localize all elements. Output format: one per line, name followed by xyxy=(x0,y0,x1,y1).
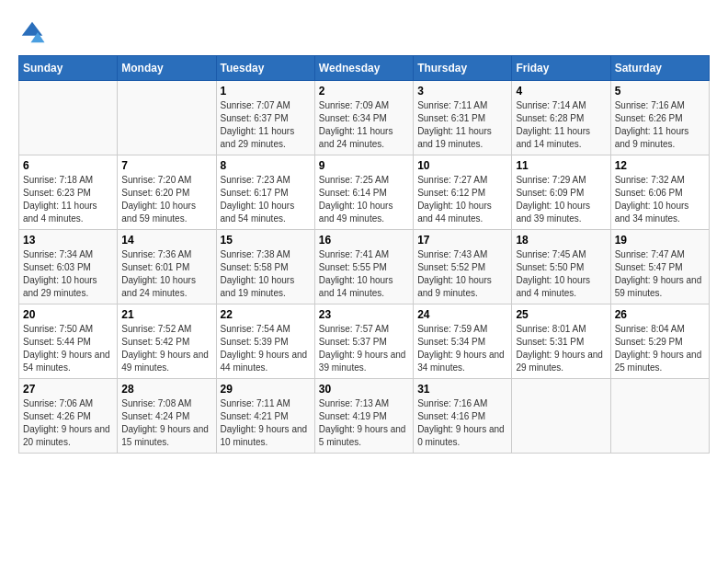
calendar-cell: 24Sunrise: 7:59 AM Sunset: 5:34 PM Dayli… xyxy=(414,304,512,379)
day-number: 18 xyxy=(516,234,606,247)
calendar-cell: 23Sunrise: 7:57 AM Sunset: 5:37 PM Dayli… xyxy=(314,304,413,379)
day-number: 20 xyxy=(23,308,113,321)
day-info: Sunrise: 7:23 AM Sunset: 6:17 PM Dayligh… xyxy=(221,174,311,225)
day-number: 7 xyxy=(121,159,211,172)
calendar-cell: 25Sunrise: 8:01 AM Sunset: 5:31 PM Dayli… xyxy=(512,304,610,379)
calendar-week-3: 13Sunrise: 7:34 AM Sunset: 6:03 PM Dayli… xyxy=(19,230,710,304)
calendar-cell: 16Sunrise: 7:41 AM Sunset: 5:55 PM Dayli… xyxy=(314,230,413,304)
day-number: 26 xyxy=(615,308,705,321)
day-number: 28 xyxy=(121,383,211,396)
day-info: Sunrise: 7:07 AM Sunset: 6:37 PM Dayligh… xyxy=(221,99,311,151)
calendar-cell: 22Sunrise: 7:54 AM Sunset: 5:39 PM Dayli… xyxy=(216,304,314,379)
page-header xyxy=(18,18,710,46)
day-info: Sunrise: 7:16 AM Sunset: 6:26 PM Dayligh… xyxy=(615,99,705,151)
day-info: Sunrise: 7:18 AM Sunset: 6:23 PM Dayligh… xyxy=(23,174,113,225)
calendar-header-row: SundayMondayTuesdayWednesdayThursdayFrid… xyxy=(19,56,710,81)
calendar-cell: 5Sunrise: 7:16 AM Sunset: 6:26 PM Daylig… xyxy=(610,81,709,155)
day-info: Sunrise: 7:08 AM Sunset: 4:24 PM Dayligh… xyxy=(121,397,211,449)
header-friday: Friday xyxy=(512,56,610,81)
day-info: Sunrise: 7:41 AM Sunset: 5:55 PM Dayligh… xyxy=(319,248,409,300)
day-number: 11 xyxy=(516,159,606,172)
day-number: 30 xyxy=(319,383,409,396)
calendar-cell: 30Sunrise: 7:13 AM Sunset: 4:19 PM Dayli… xyxy=(314,379,413,454)
day-info: Sunrise: 7:13 AM Sunset: 4:19 PM Dayligh… xyxy=(319,397,409,449)
calendar-cell xyxy=(118,81,216,155)
calendar-cell: 9Sunrise: 7:25 AM Sunset: 6:14 PM Daylig… xyxy=(314,155,413,230)
calendar-cell: 26Sunrise: 8:04 AM Sunset: 5:29 PM Dayli… xyxy=(610,304,709,379)
day-info: Sunrise: 7:45 AM Sunset: 5:50 PM Dayligh… xyxy=(516,248,606,300)
calendar-week-5: 27Sunrise: 7:06 AM Sunset: 4:26 PM Dayli… xyxy=(19,379,710,454)
day-number: 13 xyxy=(23,234,113,247)
calendar-week-1: 1Sunrise: 7:07 AM Sunset: 6:37 PM Daylig… xyxy=(19,81,710,155)
day-info: Sunrise: 7:11 AM Sunset: 6:31 PM Dayligh… xyxy=(417,99,507,151)
day-info: Sunrise: 7:36 AM Sunset: 6:01 PM Dayligh… xyxy=(121,248,211,300)
logo-icon xyxy=(18,18,46,46)
calendar-cell: 1Sunrise: 7:07 AM Sunset: 6:37 PM Daylig… xyxy=(216,81,314,155)
day-info: Sunrise: 8:04 AM Sunset: 5:29 PM Dayligh… xyxy=(615,323,705,374)
calendar-cell: 8Sunrise: 7:23 AM Sunset: 6:17 PM Daylig… xyxy=(216,155,314,230)
calendar-cell xyxy=(19,81,118,155)
day-info: Sunrise: 7:47 AM Sunset: 5:47 PM Dayligh… xyxy=(615,248,705,300)
calendar-cell: 27Sunrise: 7:06 AM Sunset: 4:26 PM Dayli… xyxy=(19,379,118,454)
day-number: 24 xyxy=(417,308,507,321)
day-info: Sunrise: 7:11 AM Sunset: 4:21 PM Dayligh… xyxy=(221,397,311,449)
calendar-cell: 12Sunrise: 7:32 AM Sunset: 6:06 PM Dayli… xyxy=(610,155,709,230)
day-info: Sunrise: 7:14 AM Sunset: 6:28 PM Dayligh… xyxy=(516,99,606,151)
day-info: Sunrise: 8:01 AM Sunset: 5:31 PM Dayligh… xyxy=(516,323,606,374)
day-number: 25 xyxy=(516,308,606,321)
day-info: Sunrise: 7:52 AM Sunset: 5:42 PM Dayligh… xyxy=(121,323,211,374)
day-number: 2 xyxy=(319,85,409,98)
day-number: 27 xyxy=(23,383,113,396)
day-info: Sunrise: 7:38 AM Sunset: 5:58 PM Dayligh… xyxy=(221,248,311,300)
day-number: 4 xyxy=(516,85,606,98)
day-number: 5 xyxy=(615,85,705,98)
day-number: 16 xyxy=(319,234,409,247)
calendar-cell: 13Sunrise: 7:34 AM Sunset: 6:03 PM Dayli… xyxy=(19,230,118,304)
day-number: 6 xyxy=(23,159,113,172)
calendar-cell: 29Sunrise: 7:11 AM Sunset: 4:21 PM Dayli… xyxy=(216,379,314,454)
day-number: 19 xyxy=(615,234,705,247)
day-info: Sunrise: 7:50 AM Sunset: 5:44 PM Dayligh… xyxy=(23,323,113,374)
calendar-cell: 11Sunrise: 7:29 AM Sunset: 6:09 PM Dayli… xyxy=(512,155,610,230)
day-number: 3 xyxy=(417,85,507,98)
header-monday: Monday xyxy=(118,56,216,81)
calendar-cell: 4Sunrise: 7:14 AM Sunset: 6:28 PM Daylig… xyxy=(512,81,610,155)
day-info: Sunrise: 7:09 AM Sunset: 6:34 PM Dayligh… xyxy=(319,99,409,151)
day-number: 10 xyxy=(417,159,507,172)
day-number: 21 xyxy=(121,308,211,321)
calendar-table: SundayMondayTuesdayWednesdayThursdayFrid… xyxy=(18,55,710,454)
calendar-cell: 20Sunrise: 7:50 AM Sunset: 5:44 PM Dayli… xyxy=(19,304,118,379)
header-tuesday: Tuesday xyxy=(216,56,314,81)
calendar-cell: 10Sunrise: 7:27 AM Sunset: 6:12 PM Dayli… xyxy=(414,155,512,230)
calendar-cell: 31Sunrise: 7:16 AM Sunset: 4:16 PM Dayli… xyxy=(414,379,512,454)
day-number: 8 xyxy=(221,159,311,172)
calendar-cell: 19Sunrise: 7:47 AM Sunset: 5:47 PM Dayli… xyxy=(610,230,709,304)
calendar-cell: 7Sunrise: 7:20 AM Sunset: 6:20 PM Daylig… xyxy=(118,155,216,230)
day-info: Sunrise: 7:20 AM Sunset: 6:20 PM Dayligh… xyxy=(121,174,211,225)
calendar-cell: 18Sunrise: 7:45 AM Sunset: 5:50 PM Dayli… xyxy=(512,230,610,304)
day-info: Sunrise: 7:06 AM Sunset: 4:26 PM Dayligh… xyxy=(23,397,113,449)
calendar-cell: 21Sunrise: 7:52 AM Sunset: 5:42 PM Dayli… xyxy=(118,304,216,379)
day-number: 29 xyxy=(221,383,311,396)
logo xyxy=(18,18,50,46)
day-number: 17 xyxy=(417,234,507,247)
day-info: Sunrise: 7:54 AM Sunset: 5:39 PM Dayligh… xyxy=(221,323,311,374)
calendar-cell xyxy=(610,379,709,454)
day-number: 31 xyxy=(417,383,507,396)
calendar-cell: 2Sunrise: 7:09 AM Sunset: 6:34 PM Daylig… xyxy=(314,81,413,155)
day-number: 9 xyxy=(319,159,409,172)
day-info: Sunrise: 7:16 AM Sunset: 4:16 PM Dayligh… xyxy=(417,397,507,449)
day-number: 14 xyxy=(121,234,211,247)
calendar-week-4: 20Sunrise: 7:50 AM Sunset: 5:44 PM Dayli… xyxy=(19,304,710,379)
calendar-cell: 6Sunrise: 7:18 AM Sunset: 6:23 PM Daylig… xyxy=(19,155,118,230)
calendar-cell: 14Sunrise: 7:36 AM Sunset: 6:01 PM Dayli… xyxy=(118,230,216,304)
calendar-week-2: 6Sunrise: 7:18 AM Sunset: 6:23 PM Daylig… xyxy=(19,155,710,230)
calendar-cell: 17Sunrise: 7:43 AM Sunset: 5:52 PM Dayli… xyxy=(414,230,512,304)
header-saturday: Saturday xyxy=(610,56,709,81)
day-info: Sunrise: 7:43 AM Sunset: 5:52 PM Dayligh… xyxy=(417,248,507,300)
calendar-cell: 15Sunrise: 7:38 AM Sunset: 5:58 PM Dayli… xyxy=(216,230,314,304)
calendar-cell: 28Sunrise: 7:08 AM Sunset: 4:24 PM Dayli… xyxy=(118,379,216,454)
header-wednesday: Wednesday xyxy=(314,56,413,81)
day-info: Sunrise: 7:34 AM Sunset: 6:03 PM Dayligh… xyxy=(23,248,113,300)
calendar-cell: 3Sunrise: 7:11 AM Sunset: 6:31 PM Daylig… xyxy=(414,81,512,155)
